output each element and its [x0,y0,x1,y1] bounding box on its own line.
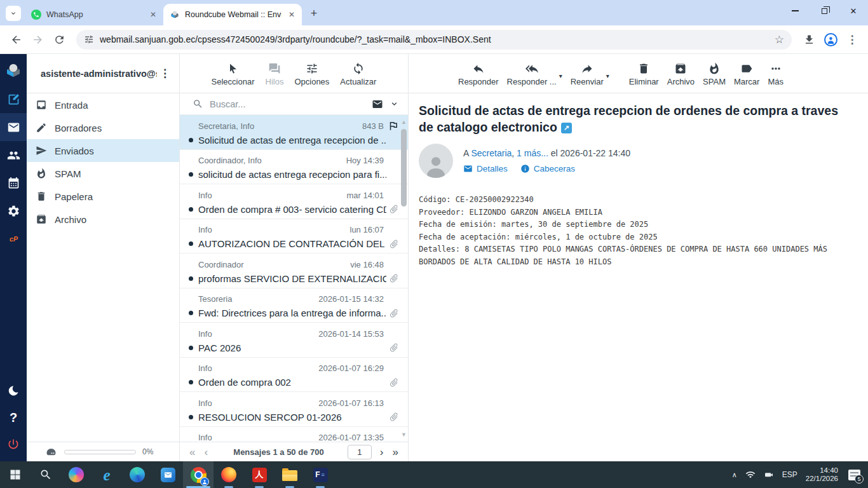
minimize-button[interactable] [780,0,810,22]
browser-tab[interactable]: Roundcube Webmail :: Enviados ✕ [163,4,302,25]
internet-explorer-button[interactable]: e [92,461,122,488]
downloads-button[interactable] [798,29,820,50]
message-list-item[interactable]: Info 2026-01-07 16:29 Orden de compra 00… [180,358,408,393]
last-page-button[interactable]: » [391,447,400,458]
scrollbar-down-icon[interactable]: ▼ [401,431,407,438]
window-controls: ✕ [780,0,868,22]
f-app-button[interactable]: F≡ [305,461,336,488]
url-text[interactable]: webmail.sanjuan.gob.ec/cpsess4724500249/… [100,34,769,44]
recipient-link[interactable]: Secretaria [471,148,512,158]
close-button[interactable]: ✕ [839,0,868,22]
taskbar-search-button[interactable] [31,461,61,488]
folder-item[interactable]: Borradores [27,116,179,139]
camera-icon[interactable] [764,470,774,480]
tag-icon [740,62,753,75]
wifi-icon[interactable] [745,470,756,480]
browser-tab[interactable]: WhatsApp ✕ [25,4,163,25]
message-list-item[interactable]: Coordinador vie 16:48 proformas SERVICIO… [180,254,408,288]
mail-toolbar-button[interactable]: Responder ... [507,62,557,86]
compose-icon[interactable] [0,85,27,113]
notification-center-button[interactable]: 5 [846,467,862,482]
cpanel-icon[interactable] [0,225,27,253]
open-in-new-window-icon[interactable]: ↗ [561,123,572,133]
forward-button[interactable] [27,29,48,50]
bookmark-star-icon[interactable]: ☆ [775,33,784,46]
list-toolbar-button[interactable]: Actualizar [340,62,376,86]
tab-close-icon[interactable]: ✕ [287,10,297,20]
logout-button[interactable] [0,431,27,458]
list-toolbar-button[interactable]: Hilos [266,62,284,86]
mail-toolbar-button[interactable]: Reenviar [571,62,604,86]
caret-down-icon[interactable]: ▾ [606,72,609,79]
new-tab-button[interactable]: + [306,5,322,22]
browser-menu-button[interactable]: ⋮ [841,29,863,50]
message-list-item[interactable]: Tesoreria 2026-01-15 14:32 Fwd: Directri… [180,288,408,323]
restore-button[interactable] [810,0,839,22]
dark-mode-button[interactable] [0,377,27,404]
mail-toolbar-button[interactable]: Más [768,62,783,86]
first-page-button[interactable]: « [187,447,197,458]
start-button[interactable] [0,461,31,488]
mail-toolbar-button[interactable]: SPAM [703,62,726,86]
more-recipients-link[interactable]: 1 más... [517,148,548,158]
profile-button[interactable] [820,29,841,50]
page-number-input[interactable]: 1 [348,445,372,459]
scrollbar-up-icon[interactable]: ▲ [401,119,407,125]
search-bar[interactable]: Buscar... [180,93,408,115]
message-list-item[interactable]: Secretaria, Info 843 B Solicitud de acta… [180,115,408,150]
back-button[interactable] [5,29,27,50]
folder-item[interactable]: Entrada [27,93,179,116]
search-scope-chevron-down-icon[interactable] [390,99,399,109]
date-text: 22/1/2026 [806,475,838,484]
list-toolbar-button[interactable]: Seleccionar [212,62,255,86]
mail-icon[interactable] [0,113,27,141]
tab-close-icon[interactable]: ✕ [148,10,158,20]
message-list-item[interactable]: Info mar 14:01 Orden de compra # 003- se… [180,184,408,219]
reload-button[interactable] [48,29,70,50]
language-indicator[interactable]: ESP [782,470,797,479]
folder-item[interactable]: Enviados [27,139,179,162]
account-header: asistente-administrativo@sa... ⋮ [27,54,179,93]
outlook-button[interactable] [153,461,183,488]
mail-toolbar-button[interactable]: Eliminar [629,62,659,86]
prev-page-button[interactable]: ‹ [202,447,210,458]
send-icon [36,145,47,156]
folder-item[interactable]: Archivo [27,208,179,231]
firefox-button[interactable] [214,461,244,488]
details-button[interactable]: Detalles [463,164,508,173]
chrome-button[interactable] [183,461,214,488]
gear-icon[interactable] [0,197,27,225]
message-content: Solicitud de actas de entrega recepcion … [409,93,868,461]
search-scope-mail-icon[interactable] [372,98,383,110]
tab-search-button[interactable] [6,6,21,21]
folder-item[interactable]: SPAM [27,162,179,185]
site-settings-icon[interactable] [84,34,94,44]
folder-item[interactable]: Papelera [27,185,179,208]
acrobat-button[interactable]: 人 [244,461,275,488]
calendar-icon[interactable] [0,169,27,197]
clock[interactable]: 14:40 22/1/2026 [806,466,838,484]
list-toolbar-button[interactable]: Opciones [294,62,329,86]
mail-toolbar-button[interactable]: Archivo [667,62,695,86]
message-list-item[interactable]: Info lun 16:07 AUTORIZACION DE CONTRATAC… [180,219,408,254]
caret-down-icon[interactable]: ▾ [559,72,562,79]
address-bar[interactable]: webmail.sanjuan.gob.ec/cpsess4724500249/… [76,30,792,50]
next-page-button[interactable]: › [378,447,386,458]
help-button[interactable]: ? [0,404,27,431]
message-list-item[interactable]: Info 2026-01-07 16:13 RESOLUCION SERCOP … [180,392,408,427]
message-list-item[interactable]: Info 2026-01-07 13:35 [180,427,408,442]
message-date: Hoy 14:39 [346,156,384,165]
headers-button[interactable]: Cabeceras [520,164,575,173]
tray-expand-icon[interactable]: ∧ [732,471,737,479]
mail-toolbar-button[interactable]: Responder [458,62,499,86]
copilot-button[interactable] [61,461,92,488]
contacts-icon[interactable] [0,141,27,169]
scrollbar-thumb[interactable] [401,129,407,207]
message-list-item[interactable]: Info 2026-01-14 15:53 PAC 2026 [180,323,408,358]
message-list-item[interactable]: Coordinador, Info Hoy 14:39 solicitud de… [180,150,408,185]
mail-toolbar-button[interactable]: Marcar [734,62,759,86]
edge-button[interactable] [122,461,153,488]
account-menu-icon[interactable]: ⋮ [157,67,173,80]
file-explorer-button[interactable] [275,461,305,488]
search-input[interactable]: Buscar... [210,99,365,109]
